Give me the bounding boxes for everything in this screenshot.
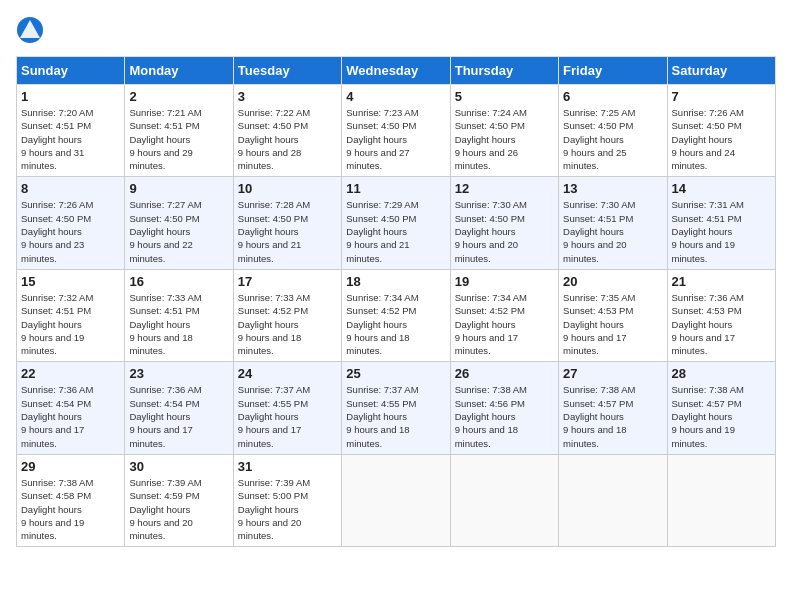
day-info: Sunrise: 7:30 AMSunset: 4:50 PMDaylight … <box>455 198 554 264</box>
day-number: 7 <box>672 89 771 104</box>
day-number: 8 <box>21 181 120 196</box>
day-info: Sunrise: 7:32 AMSunset: 4:51 PMDaylight … <box>21 291 120 357</box>
day-number: 17 <box>238 274 337 289</box>
day-info: Sunrise: 7:36 AMSunset: 4:54 PMDaylight … <box>129 383 228 449</box>
calendar-cell: 7Sunrise: 7:26 AMSunset: 4:50 PMDaylight… <box>667 85 775 177</box>
calendar-cell: 1Sunrise: 7:20 AMSunset: 4:51 PMDaylight… <box>17 85 125 177</box>
day-number: 14 <box>672 181 771 196</box>
day-info: Sunrise: 7:38 AMSunset: 4:58 PMDaylight … <box>21 476 120 542</box>
calendar-cell: 6Sunrise: 7:25 AMSunset: 4:50 PMDaylight… <box>559 85 667 177</box>
calendar-cell <box>342 454 450 546</box>
day-info: Sunrise: 7:36 AMSunset: 4:54 PMDaylight … <box>21 383 120 449</box>
calendar-cell: 15Sunrise: 7:32 AMSunset: 4:51 PMDayligh… <box>17 269 125 361</box>
day-number: 22 <box>21 366 120 381</box>
calendar-cell: 17Sunrise: 7:33 AMSunset: 4:52 PMDayligh… <box>233 269 341 361</box>
day-info: Sunrise: 7:30 AMSunset: 4:51 PMDaylight … <box>563 198 662 264</box>
calendar-header-row: SundayMondayTuesdayWednesdayThursdayFrid… <box>17 57 776 85</box>
day-info: Sunrise: 7:31 AMSunset: 4:51 PMDaylight … <box>672 198 771 264</box>
day-number: 30 <box>129 459 228 474</box>
day-header-thursday: Thursday <box>450 57 558 85</box>
day-number: 25 <box>346 366 445 381</box>
day-number: 20 <box>563 274 662 289</box>
calendar-cell: 14Sunrise: 7:31 AMSunset: 4:51 PMDayligh… <box>667 177 775 269</box>
day-number: 3 <box>238 89 337 104</box>
calendar-cell: 12Sunrise: 7:30 AMSunset: 4:50 PMDayligh… <box>450 177 558 269</box>
calendar-cell: 19Sunrise: 7:34 AMSunset: 4:52 PMDayligh… <box>450 269 558 361</box>
calendar-week-5: 29Sunrise: 7:38 AMSunset: 4:58 PMDayligh… <box>17 454 776 546</box>
day-number: 23 <box>129 366 228 381</box>
calendar-cell: 25Sunrise: 7:37 AMSunset: 4:55 PMDayligh… <box>342 362 450 454</box>
day-info: Sunrise: 7:39 AMSunset: 5:00 PMDaylight … <box>238 476 337 542</box>
logo <box>16 16 48 44</box>
calendar-cell: 11Sunrise: 7:29 AMSunset: 4:50 PMDayligh… <box>342 177 450 269</box>
calendar-cell: 5Sunrise: 7:24 AMSunset: 4:50 PMDaylight… <box>450 85 558 177</box>
day-number: 21 <box>672 274 771 289</box>
day-info: Sunrise: 7:33 AMSunset: 4:52 PMDaylight … <box>238 291 337 357</box>
day-info: Sunrise: 7:29 AMSunset: 4:50 PMDaylight … <box>346 198 445 264</box>
day-info: Sunrise: 7:28 AMSunset: 4:50 PMDaylight … <box>238 198 337 264</box>
day-number: 10 <box>238 181 337 196</box>
day-number: 19 <box>455 274 554 289</box>
calendar-cell: 20Sunrise: 7:35 AMSunset: 4:53 PMDayligh… <box>559 269 667 361</box>
calendar-cell <box>667 454 775 546</box>
day-number: 29 <box>21 459 120 474</box>
day-number: 27 <box>563 366 662 381</box>
calendar-week-1: 1Sunrise: 7:20 AMSunset: 4:51 PMDaylight… <box>17 85 776 177</box>
day-info: Sunrise: 7:38 AMSunset: 4:56 PMDaylight … <box>455 383 554 449</box>
calendar-week-4: 22Sunrise: 7:36 AMSunset: 4:54 PMDayligh… <box>17 362 776 454</box>
day-info: Sunrise: 7:34 AMSunset: 4:52 PMDaylight … <box>455 291 554 357</box>
day-number: 15 <box>21 274 120 289</box>
day-header-friday: Friday <box>559 57 667 85</box>
calendar-week-3: 15Sunrise: 7:32 AMSunset: 4:51 PMDayligh… <box>17 269 776 361</box>
day-number: 5 <box>455 89 554 104</box>
calendar-cell: 31Sunrise: 7:39 AMSunset: 5:00 PMDayligh… <box>233 454 341 546</box>
day-info: Sunrise: 7:38 AMSunset: 4:57 PMDaylight … <box>672 383 771 449</box>
day-number: 11 <box>346 181 445 196</box>
calendar-cell: 23Sunrise: 7:36 AMSunset: 4:54 PMDayligh… <box>125 362 233 454</box>
calendar-cell: 24Sunrise: 7:37 AMSunset: 4:55 PMDayligh… <box>233 362 341 454</box>
day-number: 13 <box>563 181 662 196</box>
calendar-cell: 2Sunrise: 7:21 AMSunset: 4:51 PMDaylight… <box>125 85 233 177</box>
calendar-cell: 26Sunrise: 7:38 AMSunset: 4:56 PMDayligh… <box>450 362 558 454</box>
calendar-cell: 18Sunrise: 7:34 AMSunset: 4:52 PMDayligh… <box>342 269 450 361</box>
day-info: Sunrise: 7:34 AMSunset: 4:52 PMDaylight … <box>346 291 445 357</box>
day-header-monday: Monday <box>125 57 233 85</box>
calendar: SundayMondayTuesdayWednesdayThursdayFrid… <box>16 56 776 547</box>
calendar-cell: 13Sunrise: 7:30 AMSunset: 4:51 PMDayligh… <box>559 177 667 269</box>
calendar-cell: 21Sunrise: 7:36 AMSunset: 4:53 PMDayligh… <box>667 269 775 361</box>
day-info: Sunrise: 7:37 AMSunset: 4:55 PMDaylight … <box>238 383 337 449</box>
calendar-cell: 16Sunrise: 7:33 AMSunset: 4:51 PMDayligh… <box>125 269 233 361</box>
calendar-cell: 30Sunrise: 7:39 AMSunset: 4:59 PMDayligh… <box>125 454 233 546</box>
day-header-wednesday: Wednesday <box>342 57 450 85</box>
day-header-saturday: Saturday <box>667 57 775 85</box>
calendar-cell: 9Sunrise: 7:27 AMSunset: 4:50 PMDaylight… <box>125 177 233 269</box>
day-number: 18 <box>346 274 445 289</box>
day-number: 31 <box>238 459 337 474</box>
day-info: Sunrise: 7:24 AMSunset: 4:50 PMDaylight … <box>455 106 554 172</box>
day-info: Sunrise: 7:26 AMSunset: 4:50 PMDaylight … <box>672 106 771 172</box>
day-number: 24 <box>238 366 337 381</box>
calendar-cell: 4Sunrise: 7:23 AMSunset: 4:50 PMDaylight… <box>342 85 450 177</box>
calendar-cell: 28Sunrise: 7:38 AMSunset: 4:57 PMDayligh… <box>667 362 775 454</box>
day-info: Sunrise: 7:26 AMSunset: 4:50 PMDaylight … <box>21 198 120 264</box>
day-number: 16 <box>129 274 228 289</box>
day-info: Sunrise: 7:38 AMSunset: 4:57 PMDaylight … <box>563 383 662 449</box>
calendar-cell: 29Sunrise: 7:38 AMSunset: 4:58 PMDayligh… <box>17 454 125 546</box>
day-number: 9 <box>129 181 228 196</box>
day-number: 26 <box>455 366 554 381</box>
day-info: Sunrise: 7:23 AMSunset: 4:50 PMDaylight … <box>346 106 445 172</box>
day-info: Sunrise: 7:36 AMSunset: 4:53 PMDaylight … <box>672 291 771 357</box>
calendar-cell: 22Sunrise: 7:36 AMSunset: 4:54 PMDayligh… <box>17 362 125 454</box>
day-info: Sunrise: 7:37 AMSunset: 4:55 PMDaylight … <box>346 383 445 449</box>
day-info: Sunrise: 7:25 AMSunset: 4:50 PMDaylight … <box>563 106 662 172</box>
day-info: Sunrise: 7:35 AMSunset: 4:53 PMDaylight … <box>563 291 662 357</box>
day-info: Sunrise: 7:21 AMSunset: 4:51 PMDaylight … <box>129 106 228 172</box>
calendar-cell: 3Sunrise: 7:22 AMSunset: 4:50 PMDaylight… <box>233 85 341 177</box>
day-number: 28 <box>672 366 771 381</box>
day-number: 1 <box>21 89 120 104</box>
logo-icon <box>16 16 44 44</box>
day-info: Sunrise: 7:33 AMSunset: 4:51 PMDaylight … <box>129 291 228 357</box>
calendar-cell: 10Sunrise: 7:28 AMSunset: 4:50 PMDayligh… <box>233 177 341 269</box>
calendar-week-2: 8Sunrise: 7:26 AMSunset: 4:50 PMDaylight… <box>17 177 776 269</box>
day-number: 6 <box>563 89 662 104</box>
